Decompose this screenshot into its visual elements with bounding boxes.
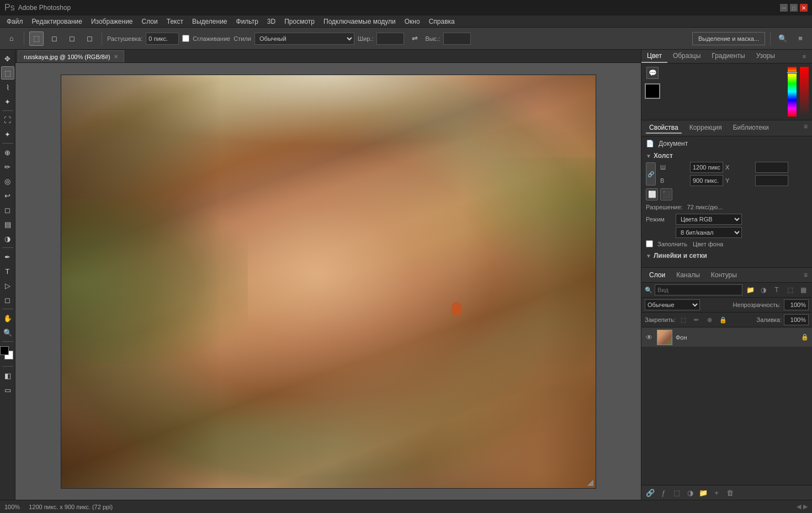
tool-option2[interactable]: ◻ — [65, 31, 79, 46]
maximize-button[interactable]: □ — [790, 4, 798, 12]
eraser-tool[interactable]: ◻ — [1, 203, 14, 216]
fill-input[interactable] — [784, 314, 809, 325]
close-button[interactable]: ✕ — [800, 4, 808, 12]
menu-window[interactable]: Окно — [400, 17, 424, 27]
mode-select[interactable]: Цвета RGB CMYK Градации серого — [676, 214, 742, 225]
width-field[interactable] — [690, 162, 723, 173]
landscape-btn[interactable]: ⬛ — [660, 188, 672, 200]
feather-input[interactable] — [146, 33, 179, 45]
new-layer-group-btn[interactable]: 📁 — [745, 284, 756, 295]
layers-search-input[interactable] — [655, 284, 742, 295]
add-style-btn[interactable]: ƒ — [658, 487, 669, 498]
tab-paths[interactable]: Контуры — [708, 270, 740, 280]
hand-tool[interactable]: ✋ — [1, 311, 14, 325]
rulers-section-title[interactable]: ▼ Линейки и сетки — [646, 250, 808, 262]
tab-color[interactable]: Цвет — [641, 50, 667, 63]
extras-button[interactable]: ≡ — [793, 31, 808, 46]
menu-filter[interactable]: Фильтр — [232, 17, 263, 27]
tab-russkaya[interactable]: russkaya.jpg @ 100% (RGB/8#) ✕ — [18, 50, 124, 62]
layers-panel-menu-btn[interactable]: ≡ — [804, 271, 808, 279]
tab-libraries[interactable]: Библиотеки — [730, 123, 772, 134]
lock-artboard-btn[interactable]: ⊕ — [704, 314, 715, 325]
color-alpha-bar[interactable] — [800, 67, 809, 117]
tab-channels[interactable]: Каналы — [673, 270, 703, 280]
smart-object-btn[interactable]: ⬚ — [784, 284, 795, 295]
new-layer-btn[interactable]: + — [711, 487, 722, 498]
quick-mask-btn[interactable]: ◧ — [1, 369, 14, 382]
next-btn[interactable]: ▶ — [803, 503, 808, 510]
color-hue-bar[interactable] — [788, 67, 797, 117]
menu-file[interactable]: Файл — [2, 17, 28, 27]
menu-plugins[interactable]: Подключаемые модули — [319, 17, 400, 27]
path-selection-tool[interactable]: ▷ — [1, 279, 14, 292]
menu-layers[interactable]: Слои — [137, 17, 162, 27]
tab-gradients[interactable]: Градиенты — [706, 50, 750, 63]
menu-3d[interactable]: 3D — [263, 17, 280, 27]
tab-close-btn[interactable]: ✕ — [114, 54, 118, 60]
tab-patterns[interactable]: Узоры — [751, 50, 781, 63]
marquee-tool-btn[interactable]: ⬚ — [29, 31, 44, 46]
x-field[interactable] — [755, 162, 788, 173]
delete-layer-btn[interactable]: 🗑 — [724, 487, 735, 498]
menu-text[interactable]: Текст — [162, 17, 188, 27]
mask-button[interactable]: Выделение и маска... — [692, 32, 765, 45]
color-panel-menu-btn[interactable]: ≡ — [800, 52, 809, 61]
move-tool[interactable]: ✥ — [1, 52, 14, 65]
height-input[interactable] — [443, 33, 471, 45]
menu-edit[interactable]: Редактирование — [28, 17, 87, 27]
new-group-btn[interactable]: 📁 — [698, 487, 709, 498]
new-adjustment-btn[interactable]: ◑ — [758, 284, 769, 295]
menu-image[interactable]: Изображение — [87, 17, 137, 27]
history-brush-tool[interactable]: ↩ — [1, 189, 14, 202]
brush-tool[interactable]: ✏ — [1, 160, 14, 173]
clone-tool[interactable]: ◎ — [1, 174, 14, 188]
tab-correction[interactable]: Коррекция — [686, 123, 725, 134]
menu-view[interactable]: Просмотр — [280, 17, 319, 27]
text-layer-btn[interactable]: T — [771, 284, 782, 295]
crop-tool[interactable]: ⛶ — [1, 113, 14, 126]
add-mask-btn[interactable]: ⬚ — [671, 487, 682, 498]
new-fill-layer-btn[interactable]: ◑ — [684, 487, 696, 498]
marquee-tool[interactable]: ⬚ — [1, 66, 14, 80]
lasso-tool[interactable]: ⌇ — [1, 81, 14, 94]
y-field[interactable] — [755, 175, 788, 186]
properties-menu-btn[interactable]: ≡ — [804, 123, 808, 134]
lock-pixels-btn[interactable]: ⬚ — [678, 314, 689, 325]
anti-alias-checkbox[interactable] — [182, 35, 189, 42]
chain-link-icon[interactable]: 🔗 — [646, 162, 656, 186]
foreground-color-swatch[interactable] — [0, 346, 9, 355]
dodge-tool[interactable]: ◑ — [1, 232, 14, 245]
screen-mode-btn[interactable]: ▭ — [1, 383, 14, 396]
blend-mode-select[interactable]: Обычные Растворение Умножение Перекрытие — [645, 299, 700, 310]
layer-visibility-btn[interactable]: 👁 — [645, 333, 654, 342]
fill-checkbox[interactable] — [646, 240, 653, 247]
tool-option1[interactable]: ◻ — [47, 31, 61, 46]
pixel-layer-btn[interactable]: ▦ — [798, 284, 809, 295]
tab-layers[interactable]: Слои — [646, 270, 668, 280]
text-tool[interactable]: T — [1, 265, 14, 278]
tool-option3[interactable]: ◻ — [82, 31, 97, 46]
tab-swatches[interactable]: Образцы — [667, 50, 706, 63]
style-select[interactable]: Обычный Фиксированное соотношение Фиксир… — [254, 33, 354, 45]
home-button[interactable]: ⌂ — [4, 31, 19, 46]
shape-tool[interactable]: ◻ — [1, 293, 14, 306]
width-input[interactable] — [376, 33, 404, 45]
menu-select[interactable]: Выделение — [188, 17, 232, 27]
tab-properties[interactable]: Свойства — [646, 123, 682, 134]
menu-help[interactable]: Справка — [424, 17, 459, 27]
quick-select-tool[interactable]: ✦ — [1, 95, 14, 108]
eyedropper-tool[interactable]: ✦ — [1, 128, 14, 141]
foreground-color-picker[interactable] — [645, 83, 660, 99]
pen-tool[interactable]: ✒ — [1, 250, 14, 263]
titlebar-controls[interactable]: ─ □ ✕ — [780, 4, 808, 12]
canvas-resize-handle[interactable] — [587, 479, 593, 486]
height-field[interactable] — [690, 175, 723, 186]
lock-all-btn[interactable]: 🔒 — [718, 314, 729, 325]
minimize-button[interactable]: ─ — [780, 4, 788, 12]
healing-tool[interactable]: ⊕ — [1, 146, 14, 159]
search-button[interactable]: 🔍 — [776, 31, 790, 46]
prev-btn[interactable]: ◀ — [797, 503, 801, 510]
gradient-tool[interactable]: ▤ — [1, 218, 14, 231]
link-layers-btn[interactable]: 🔗 — [645, 487, 656, 498]
lock-position-btn[interactable]: ✏ — [691, 314, 702, 325]
